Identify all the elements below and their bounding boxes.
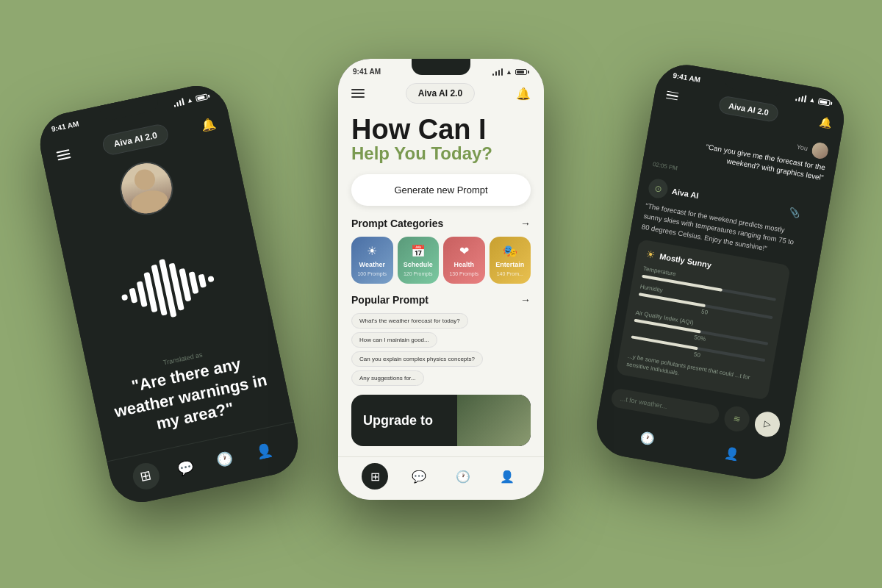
user-label: You [796,143,808,152]
phone-right: 9:41 AM ▲ Aiva AI 2.0 🔔 [592,60,849,484]
nav-home-icon[interactable]: ⊞ [130,461,162,492]
center-nav-chat[interactable]: 💬 [406,463,432,490]
right-hamburger-icon[interactable] [666,90,679,100]
center-status-icons: ▲ [492,68,529,76]
right-nav-history[interactable]: 🕐 [634,425,662,452]
sun-icon: ☀ [645,248,656,261]
weather-cat-count: 100 Prompts [357,271,387,276]
left-logo-pill: Aiva AI 2.0 [101,123,170,157]
wave-dot-1 [121,294,128,301]
category-weather[interactable]: ☀ Weather 100 Prompts [351,237,393,284]
categories-arrow[interactable]: → [520,218,531,229]
wave-bar-1 [129,288,137,304]
wifi-icon: ▲ [186,96,194,104]
ai-avatar: ⊙ [647,178,669,200]
chat-messages: You "Can you give me the forecast for th… [605,107,841,410]
tag-1[interactable]: What's the weather forecast for today? [351,313,468,329]
upgrade-image [457,395,531,446]
right-bell-icon[interactable]: 🔔 [818,115,833,129]
schedule-cat-count: 120 Prompts [404,271,433,276]
signal-icon [173,98,184,107]
voice-btn[interactable]: ≋ [723,404,751,433]
center-logo-pill: Aiva AI 2.0 [406,83,475,104]
tag-3[interactable]: Can you explain complex physics concepts… [351,351,483,367]
tag-2[interactable]: How can I maintain good... [351,332,437,348]
categories-header: Prompt Categories → [351,218,531,229]
popular-title: Popular Prompt [351,294,429,306]
right-nav-user[interactable]: 👤 [718,440,745,467]
popular-tags: What's the weather forecast for today? H… [351,313,531,386]
wave-bar-9 [198,274,207,288]
nav-user-icon[interactable]: 👤 [248,435,280,467]
category-entertain[interactable]: 🎭 Entertain 140 Prom... [490,237,531,284]
schedule-cat-name: Schedule [404,261,433,268]
phone-center: 9:41 AM ▲ Aiva AI 2.0 🔔 How Can I Help [338,59,544,500]
wifi-icon-r: ▲ [808,96,817,104]
popular-header: Popular Prompt → [351,294,531,306]
health-cat-name: Health [453,261,474,268]
health-cat-count: 130 Prompts [449,271,478,276]
left-avatar [115,157,178,220]
generate-prompt-button[interactable]: Generate new Prompt [351,174,531,206]
right-time: 9:41 AM [673,71,701,84]
signal-icon-r [795,93,807,102]
center-content: How Can I Help You Today? Generate new P… [338,110,544,456]
weather-condition: Mostly Sunny [659,251,713,269]
battery-icon-c [515,69,529,75]
nav-chat-icon[interactable]: 💬 [170,452,201,484]
categories-grid: ☀ Weather 100 Prompts 📅 Schedule 120 Pro… [351,237,531,284]
entertain-cat-count: 140 Prom... [497,271,523,276]
center-notch [412,59,470,75]
upgrade-text: Upgrade to [363,413,433,429]
upgrade-banner[interactable]: Upgrade to [351,395,531,446]
center-header: Aiva AI 2.0 🔔 [338,79,544,110]
nav-history-icon[interactable]: 🕐 [209,444,241,476]
schedule-cat-icon: 📅 [411,244,426,258]
popular-arrow[interactable]: → [520,294,531,306]
battery-icon-r [818,98,833,106]
wave-bar-8 [189,271,199,294]
wave-dot-2 [207,276,214,282]
hamburger-icon[interactable] [56,149,71,160]
tag-4[interactable]: Any suggestions for... [351,370,424,386]
signal-icon-c [492,68,503,76]
center-time: 9:41 AM [353,68,381,76]
bell-icon[interactable]: 🔔 [199,116,217,133]
right-logo-pill: Aiva AI 2.0 [717,95,779,123]
categories-title: Prompt Categories [351,218,443,229]
category-health[interactable]: ❤ Health 130 Prompts [443,237,485,284]
user-avatar [811,141,829,159]
center-bell-icon[interactable]: 🔔 [516,87,531,101]
category-schedule[interactable]: 📅 Schedule 120 Prompts [398,237,440,284]
send-btn[interactable]: ▷ [753,410,781,439]
center-bottom-nav: ⊞ 💬 🕐 👤 [338,456,544,500]
main-heading: How Can I [351,115,531,143]
ai-message: ⊙ Aiva AI 📎 "The forecast for the weeken… [614,178,801,406]
entertain-cat-name: Entertain [495,261,524,268]
ai-name: Aiva AI [671,187,699,200]
phone-left: 9:41 AM ▲ Aiva AI 2.0 🔔 [35,80,304,508]
center-nav-user[interactable]: 👤 [494,463,520,490]
center-nav-home[interactable]: ⊞ [362,463,388,490]
sub-heading: Help You Today? [351,143,531,164]
entertain-cat-icon: 🎭 [503,244,517,258]
center-nav-history[interactable]: 🕐 [450,463,476,490]
weather-card: ☀ Mostly Sunny Temperature Humidity 50 A… [616,239,791,401]
weather-cat-name: Weather [359,261,385,268]
battery-icon [196,93,210,101]
center-hamburger-icon[interactable] [351,89,365,98]
wifi-icon-c: ▲ [506,68,512,76]
weather-cat-icon: ☀ [367,244,377,258]
health-cat-icon: ❤ [459,244,469,258]
